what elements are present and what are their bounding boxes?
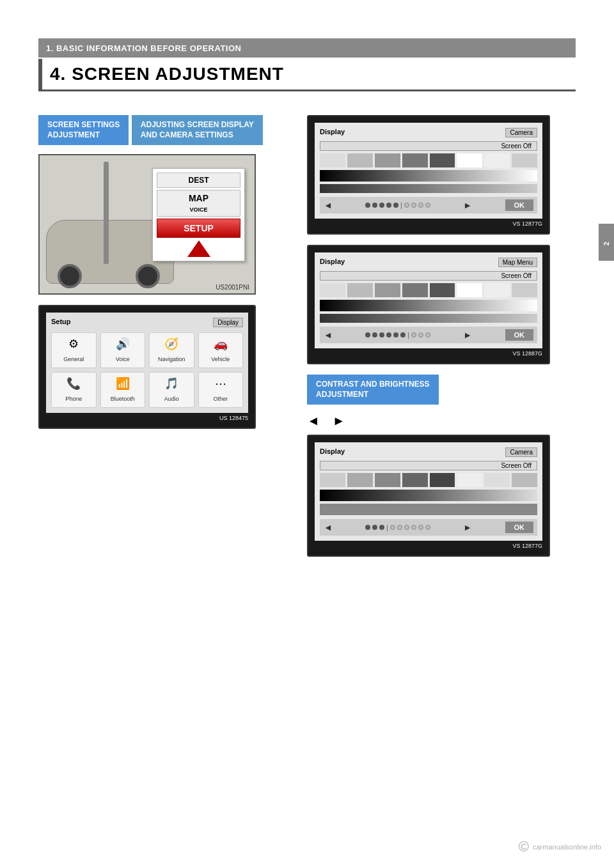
screen-settings-box: SCREEN SETTINGSADJUSTMENT <box>38 115 129 145</box>
screen-1-left-arrow[interactable]: ◄ <box>324 200 333 210</box>
screen-settings-label: SCREEN SETTINGSADJUSTMENT <box>47 120 120 140</box>
screen-3-ok-button[interactable]: OK <box>505 522 534 533</box>
setup-icon-voice[interactable]: 🔊 Voice <box>100 332 146 368</box>
screen-1-ok-button[interactable]: OK <box>505 199 534 211</box>
screen-2-right-arrow[interactable]: ► <box>463 330 472 340</box>
car-image-id: US2001PNI <box>216 284 249 291</box>
watermark-text: carmanualsonline.info <box>533 843 601 851</box>
screen-1-off-btn[interactable]: Screen Off <box>320 141 537 151</box>
gradient-bar-2 <box>320 300 537 311</box>
screen-3-id: VS 12877G <box>315 543 542 549</box>
screen-1-dots: | <box>365 202 430 209</box>
setup-icon-phone[interactable]: 📞 Phone <box>51 372 97 408</box>
screen-3-dots: | <box>365 524 430 531</box>
screen-3-inner: Display Camera Screen Off ◄ <box>315 442 542 541</box>
screen-1-inner: Display Camera Screen Off ◄ <box>315 123 542 219</box>
page-header: 1. BASIC INFORMATION BEFORE OPERATION 4.… <box>38 38 576 91</box>
color-blocks-1 <box>320 153 537 167</box>
screen-2-left-arrow[interactable]: ◄ <box>324 330 333 340</box>
screen-2-inner: Display Map Menu Screen Off ◄ <box>315 252 542 348</box>
screen-1-camera-btn[interactable]: Camera <box>505 128 537 137</box>
side-tab-label: 2 <box>602 242 610 245</box>
screen-1-right-arrow[interactable]: ► <box>463 200 472 210</box>
screen-1-top-bar: Display Camera <box>320 128 537 137</box>
screen-3-display-label: Display <box>320 447 345 457</box>
setup-icon-vehicle[interactable]: 🚗 Vehicle <box>198 332 244 368</box>
setup-icons-grid: ⚙ General 🔊 Voice 🧭 Navigation 🚗 Vehicle… <box>51 332 243 408</box>
adjusting-screen-box: ADJUSTING SCREEN DISPLAYAND CAMERA SETTI… <box>132 115 263 145</box>
screen-2-top-bar: Display Map Menu <box>320 258 537 267</box>
solid-bar-3 <box>320 504 537 515</box>
screen-2-mapmenu-btn[interactable]: Map Menu <box>498 258 537 267</box>
chapter-title: 4. SCREEN ADJUSTMENT <box>50 64 284 84</box>
screen-3-off-btn[interactable]: Screen Off <box>320 461 537 470</box>
display-camera-screen-3: Display Camera Screen Off ◄ <box>307 435 550 557</box>
dest-button[interactable]: DEST <box>157 173 240 188</box>
setup-title-left: Setup <box>51 318 71 327</box>
setup-icon-other[interactable]: ⋯ Other <box>198 372 244 408</box>
right-arrow-icon: ► <box>333 414 345 428</box>
display-mapmenus-screen-2: Display Map Menu Screen Off ◄ <box>307 245 550 364</box>
right-column: Display Camera Screen Off ◄ <box>307 115 576 567</box>
left-arrow-icon: ◄ <box>307 414 320 428</box>
setup-icon-navigation[interactable]: 🧭 Navigation <box>149 332 194 368</box>
gradient-bar-dark-1 <box>320 184 537 193</box>
screen-2-display-label: Display <box>320 258 345 267</box>
section-header-bar: 1. BASIC INFORMATION BEFORE OPERATION <box>38 38 576 58</box>
contrast-adjustment-box: CONTRAST AND BRIGHTNESSADJUSTMENT <box>307 375 439 405</box>
gradient-bar-3 <box>320 490 537 501</box>
screen-3-camera-btn[interactable]: Camera <box>505 447 537 457</box>
screen-2-ok-button[interactable]: OK <box>505 329 534 341</box>
gradient-bar-dark-2 <box>320 314 537 323</box>
section-header-text: 1. BASIC INFORMATION BEFORE OPERATION <box>46 43 241 53</box>
screen-3-left-arrow[interactable]: ◄ <box>324 522 333 532</box>
chapter-title-bar: 4. SCREEN ADJUSTMENT <box>38 59 576 91</box>
setup-button[interactable]: SETUP <box>157 219 240 238</box>
screen-2-dots: | <box>365 332 430 339</box>
map-button[interactable]: MAP VOICE <box>157 190 240 217</box>
color-blocks-3 <box>320 473 537 487</box>
watermark-symbol: © <box>519 839 529 855</box>
screen-1-controls: ◄ | ► OK <box>320 197 537 213</box>
setup-title-right[interactable]: Display <box>213 318 243 327</box>
setup-icon-general[interactable]: ⚙ General <box>51 332 97 368</box>
setup-title-bar: Setup Display <box>51 318 243 327</box>
screen-1-display-label: Display <box>320 128 345 137</box>
color-blocks-2 <box>320 283 537 297</box>
setup-screen-inner: Setup Display ⚙ General 🔊 Voice 🧭 Naviga… <box>46 313 248 413</box>
setup-screen-id: US 128475 <box>46 415 248 421</box>
left-column: SCREEN SETTINGSADJUSTMENT ADJUSTING SCRE… <box>38 115 288 439</box>
screen-3-right-arrow[interactable]: ► <box>463 522 472 532</box>
contrast-arrows: ◄ ► <box>307 414 576 428</box>
screen-3-top-bar: Display Camera <box>320 447 537 457</box>
adjusting-screen-label: ADJUSTING SCREEN DISPLAYAND CAMERA SETTI… <box>141 120 254 140</box>
car-dashboard-image: DEST MAP VOICE SETUP US2001PNI <box>38 154 256 295</box>
display-camera-screen-1: Display Camera Screen Off ◄ <box>307 115 550 235</box>
screen-2-id: VS 12887G <box>315 350 542 357</box>
setup-icon-bluetooth[interactable]: 📶 Bluetooth <box>100 372 146 408</box>
side-tab: 2 <box>599 224 614 261</box>
screen-3-controls: ◄ | ► OK <box>320 519 537 536</box>
screen-2-controls: ◄ | ► OK <box>320 327 537 343</box>
contrast-adjustment-label: CONTRAST AND BRIGHTNESSADJUSTMENT <box>316 380 430 399</box>
setup-icon-audio[interactable]: 🎵 Audio <box>149 372 194 408</box>
screen-2-off-btn[interactable]: Screen Off <box>320 271 537 281</box>
setup-screen-mockup: Setup Display ⚙ General 🔊 Voice 🧭 Naviga… <box>38 305 256 429</box>
watermark: © carmanualsonline.info <box>519 839 601 855</box>
gradient-bar-1 <box>320 170 537 182</box>
screen-1-id: VS 12877G <box>315 221 542 227</box>
